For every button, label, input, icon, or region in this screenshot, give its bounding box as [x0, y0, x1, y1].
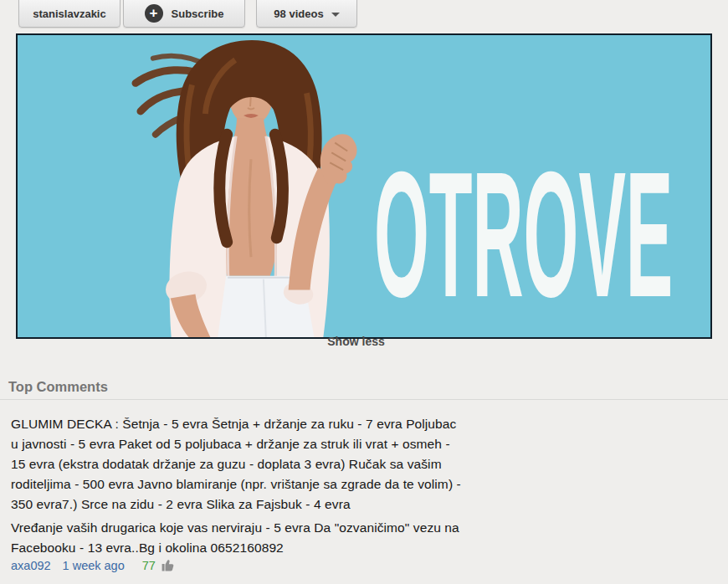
comment-author-link[interactable]: axa092 — [11, 559, 51, 572]
comment-paragraph-2: Vređanje vaših drugarica koje vas nervir… — [11, 518, 459, 558]
comment-line: GLUMIM DECKA : Šetnja - 5 evra Šetnja + … — [11, 414, 461, 434]
comment-line: 15 evra (ekstra dodatak držanje za guzu … — [11, 454, 461, 474]
comment-line: Vređanje vaših drugarica koje vas nervir… — [11, 518, 459, 538]
banner-artwork: OTROVE — [18, 35, 710, 337]
videos-dropdown-button[interactable]: 98 videos — [256, 0, 357, 28]
comment-like-count: 77 — [142, 559, 156, 572]
videos-dropdown-label: 98 videos — [274, 8, 323, 20]
show-less-link[interactable]: Show less — [0, 335, 712, 348]
channel-banner: OTROVE — [16, 33, 712, 339]
dropdown-arrow-icon — [331, 13, 340, 17]
comment-line: u javnosti - 5 evra Paket od 5 poljubaca… — [11, 434, 461, 454]
banner-title: OTROVE — [374, 134, 673, 334]
comment-paragraph-1: GLUMIM DECKA : Šetnja - 5 evra Šetnja + … — [11, 414, 461, 515]
page: { "header": { "channel_name": "stanislav… — [0, 0, 728, 584]
comments-section-title: Top Comments — [8, 379, 108, 395]
comment-line: 350 evra7.) Srce na zidu - 2 evra Slika … — [11, 494, 461, 515]
comment-line: Facebooku - 13 evra..Bg i okolina 065216… — [11, 538, 459, 558]
channel-name-button[interactable]: stanislavzakic — [18, 0, 120, 28]
comment-timestamp-link[interactable]: 1 week ago — [63, 559, 125, 572]
subscribe-button[interactable]: + Subscribe — [123, 0, 245, 28]
comment-meta: axa092 1 week ago 77 — [11, 557, 175, 574]
thumbs-up-icon[interactable] — [161, 558, 175, 572]
subscribe-button-label: Subscribe — [172, 8, 224, 20]
subscribe-plus-icon: + — [145, 4, 163, 23]
comment-line: roditeljima - 500 evra Javno blamiranje … — [11, 474, 461, 494]
comments-divider — [0, 399, 728, 400]
